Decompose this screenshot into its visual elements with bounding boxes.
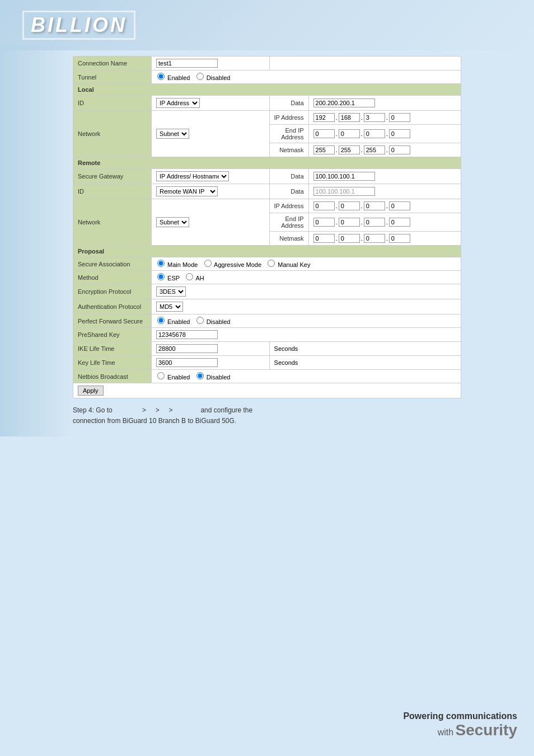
- local-id-type-cell: IP Address: [152, 96, 270, 111]
- netbios-enabled-label: Enabled: [167, 374, 190, 381]
- sa-manual-radio[interactable]: [268, 260, 275, 267]
- pfs-disabled-label: Disabled: [207, 318, 231, 325]
- tunnel-row: Tunnel Enabled Disabled: [73, 71, 461, 84]
- remote-end1[interactable]: [313, 218, 335, 227]
- method-row: Method ESP AH: [73, 271, 461, 284]
- apply-button[interactable]: Apply: [78, 386, 104, 396]
- netbios-row: Netbios Broadcast Enabled Disabled: [73, 370, 461, 383]
- sa-main-label: Main Mode: [167, 261, 198, 268]
- remote-ip-cell: . . .: [308, 199, 461, 213]
- local-end2[interactable]: [339, 129, 360, 138]
- netbios-enabled-radio[interactable]: [157, 372, 165, 379]
- remote-network-label: Network: [73, 199, 152, 246]
- pfs-label: Perfect Forward Secure: [73, 314, 152, 328]
- key-label: Key Life Time: [73, 356, 152, 370]
- ike-label: IKE Life Time: [73, 342, 152, 356]
- tunnel-value-cell: Enabled Disabled: [152, 71, 461, 84]
- sa-aggressive-label: Aggressive Mode: [214, 261, 261, 268]
- sg-data-input[interactable]: [313, 172, 375, 181]
- remote-network-type-cell: Subnet: [152, 199, 270, 246]
- local-id-type-select[interactable]: IP Address: [156, 98, 200, 108]
- pfs-cell: Enabled Disabled: [152, 314, 461, 328]
- secure-association-cell: Main Mode Aggressive Mode Manual Key: [152, 257, 461, 271]
- local-network-type-cell: Subnet: [152, 111, 270, 157]
- method-ah-radio[interactable]: [186, 273, 193, 280]
- remote-nm1[interactable]: [313, 234, 335, 243]
- preshared-row: PreShared Key: [73, 328, 461, 342]
- local-nm1[interactable]: [313, 145, 335, 154]
- encryption-cell: 3DES: [152, 284, 461, 299]
- local-ip-label: IP Address: [269, 111, 308, 125]
- key-value-cell: [152, 356, 270, 370]
- local-end4[interactable]: [389, 129, 410, 138]
- bottom-brand: Powering communications with Security: [403, 711, 517, 739]
- local-nm2[interactable]: [339, 145, 360, 154]
- proposal-header: Proposal: [73, 246, 461, 257]
- remote-netmask-cell: . . .: [308, 232, 461, 246]
- apply-row: Apply: [73, 383, 461, 398]
- sg-type-cell: IP Address/ Hostname: [152, 169, 270, 184]
- remote-id-data-input[interactable]: [313, 187, 375, 196]
- local-nm4[interactable]: [389, 145, 410, 154]
- preshared-input[interactable]: [156, 330, 218, 339]
- remote-end4[interactable]: [389, 218, 410, 227]
- pfs-enabled-radio[interactable]: [157, 317, 165, 324]
- remote-network-type-select[interactable]: Subnet: [156, 217, 189, 227]
- ike-input[interactable]: [156, 344, 218, 353]
- sg-data-label: Data: [269, 169, 308, 184]
- remote-nm2[interactable]: [339, 234, 360, 243]
- main-content: Connection Name Tunnel Enabled Disabled …: [0, 50, 534, 438]
- connection-name-value-cell: [152, 57, 270, 71]
- auth-select[interactable]: MD5: [156, 302, 183, 312]
- local-network-type-select[interactable]: Subnet: [156, 129, 189, 139]
- key-row: Key Life Time Seconds: [73, 356, 461, 370]
- remote-id-type-select[interactable]: Remote WAN IP: [156, 186, 218, 196]
- method-ah-label: AH: [196, 275, 204, 281]
- remote-header-row: Remote: [73, 157, 461, 169]
- key-input[interactable]: [156, 358, 218, 367]
- remote-id-row: ID Remote WAN IP Data: [73, 184, 461, 199]
- local-ip2[interactable]: [339, 113, 360, 122]
- remote-nm3[interactable]: [364, 234, 385, 243]
- ike-row: IKE Life Time Seconds: [73, 342, 461, 356]
- remote-ip4[interactable]: [389, 201, 410, 210]
- method-label: Method: [73, 271, 152, 284]
- connection-name-input[interactable]: [156, 59, 218, 68]
- local-network-label: Network: [73, 111, 152, 157]
- secure-gateway-row: Secure Gateway IP Address/ Hostname Data: [73, 169, 461, 184]
- local-id-data-input[interactable]: [313, 98, 375, 107]
- netbios-disabled-label: Disabled: [207, 374, 231, 381]
- local-id-label: ID: [73, 96, 152, 111]
- remote-end3[interactable]: [364, 218, 385, 227]
- connection-name-empty: [269, 57, 461, 71]
- local-header-row: Local: [73, 84, 461, 96]
- pfs-row: Perfect Forward Secure Enabled Disabled: [73, 314, 461, 328]
- connection-name-row: Connection Name: [73, 57, 461, 71]
- key-unit: Seconds: [269, 356, 461, 370]
- remote-ip2[interactable]: [339, 201, 360, 210]
- remote-ip1[interactable]: [313, 201, 335, 210]
- sg-type-select[interactable]: IP Address/ Hostname: [156, 171, 229, 181]
- local-nm3[interactable]: [364, 145, 385, 154]
- local-ip4[interactable]: [389, 113, 410, 122]
- method-esp-radio[interactable]: [157, 273, 165, 280]
- sa-aggressive-radio[interactable]: [204, 260, 212, 267]
- remote-nm4[interactable]: [389, 234, 410, 243]
- ike-value-cell: [152, 342, 270, 356]
- method-esp-label: ESP: [167, 275, 180, 281]
- encryption-select[interactable]: 3DES: [156, 287, 186, 297]
- local-end3[interactable]: [364, 129, 385, 138]
- pfs-disabled-radio[interactable]: [196, 317, 204, 324]
- tunnel-disabled-radio[interactable]: [196, 73, 204, 80]
- remote-network-ip-row: Network Subnet IP Address . . .: [73, 199, 461, 213]
- sa-main-radio[interactable]: [157, 260, 165, 267]
- tunnel-enabled-label: Enabled: [167, 74, 190, 81]
- tunnel-enabled-radio[interactable]: [157, 73, 165, 80]
- local-ip1[interactable]: [313, 113, 335, 122]
- netbios-disabled-radio[interactable]: [196, 372, 204, 379]
- remote-ip3[interactable]: [364, 201, 385, 210]
- sa-manual-label: Manual Key: [278, 261, 310, 268]
- local-ip3[interactable]: [364, 113, 385, 122]
- remote-end2[interactable]: [339, 218, 360, 227]
- local-end1[interactable]: [313, 129, 335, 138]
